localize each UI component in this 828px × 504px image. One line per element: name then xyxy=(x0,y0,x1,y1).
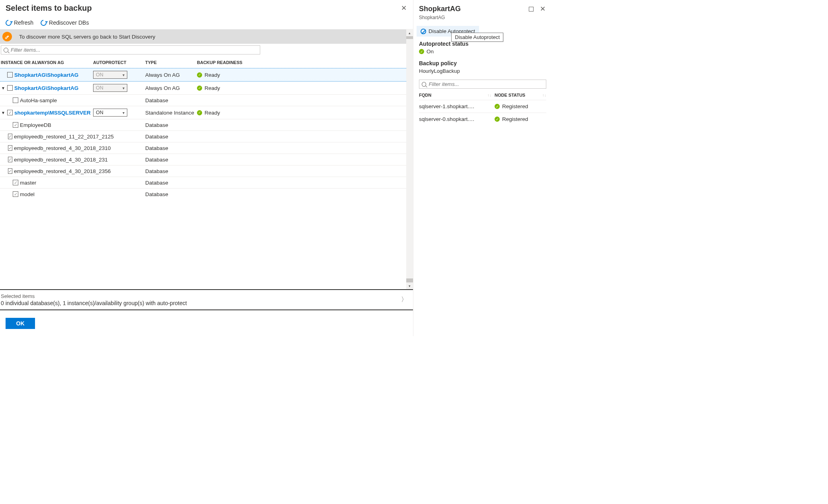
chevron-down-icon: ▾ xyxy=(123,111,125,115)
row-name[interactable]: shopkartemp\MSSQLSERVER xyxy=(14,110,91,116)
row-type: Database xyxy=(145,145,197,151)
checkbox[interactable]: ✓ xyxy=(8,145,12,151)
readiness-value: Ready xyxy=(205,85,220,91)
checkbox[interactable]: ✓ xyxy=(13,122,18,128)
check-icon: ✓ xyxy=(197,110,202,115)
readiness-value: Ready xyxy=(205,72,220,78)
autoprotect-status-value: On xyxy=(427,49,434,54)
table-row[interactable]: ✓masterDatabase xyxy=(0,177,406,188)
selected-items-summary: 0 individual database(s), 1 instance(s)/… xyxy=(1,300,187,306)
checkbox[interactable]: ✓ xyxy=(8,168,12,174)
checkbox[interactable]: ✓ xyxy=(13,191,18,197)
row-name: model xyxy=(20,191,35,197)
checkbox[interactable]: ✓ xyxy=(7,110,13,115)
row-name: EmployeeDB xyxy=(20,122,51,128)
page-title: Select items to backup xyxy=(6,4,92,13)
select-value: ON xyxy=(96,85,103,91)
table-row[interactable]: ✓modelDatabase xyxy=(0,188,406,200)
outer-scroll-top-thumb[interactable] xyxy=(406,36,413,39)
table-row[interactable]: ✓EmployeeDBDatabase xyxy=(0,119,406,130)
selected-items-label: Selected items xyxy=(1,293,187,299)
row-type: Database xyxy=(145,168,197,174)
node-table-header: FQDN↑↓ NODE STATUS↑↓ xyxy=(419,89,546,100)
outer-scrollbar[interactable]: ▴ ▾ xyxy=(406,29,413,289)
select-value: ON xyxy=(96,72,103,78)
checkbox[interactable]: ✓ xyxy=(8,157,12,162)
chevron-down-icon: ▾ xyxy=(123,86,125,90)
table-row[interactable]: ▼✓shopkartemp\MSSQLSERVERON▾Standalone I… xyxy=(0,106,406,119)
chevron-down-icon: ▾ xyxy=(123,73,125,77)
scroll-up-icon[interactable]: ▴ xyxy=(406,29,413,36)
check-icon: ✓ xyxy=(197,86,202,91)
wrench-icon xyxy=(2,32,12,41)
col-type: TYPE xyxy=(145,60,197,65)
panel-subtitle: ShopkartAG xyxy=(413,14,552,24)
col-readiness: BACKUP READINESS xyxy=(197,60,405,65)
row-type: Always On AG xyxy=(145,85,197,91)
table-row[interactable]: ShopkartAG\ShopkartAGON▾Always On AG✓Rea… xyxy=(0,68,406,82)
expand-toggle[interactable]: ▼ xyxy=(1,111,6,115)
row-type: Database xyxy=(145,122,197,128)
toolbar: Refresh Rediscover DBs xyxy=(0,17,413,29)
col-autoprotect: AUTOPROTECT xyxy=(93,60,145,65)
node-row[interactable]: sqlserver-1.shopkart.…✓Registered xyxy=(419,100,546,113)
outer-scroll-bot-thumb[interactable] xyxy=(406,278,413,282)
rediscover-label: Rediscover DBs xyxy=(49,19,89,26)
info-bar: To discover more SQL servers go back to … xyxy=(0,29,406,44)
maximize-icon[interactable] xyxy=(529,7,534,12)
node-row[interactable]: sqlserver-0.shopkart.…✓Registered xyxy=(419,113,546,125)
row-type: Always On AG xyxy=(145,72,197,78)
table-header: INSTANCE OR ALWAYSON AG AUTOPROTECT TYPE… xyxy=(0,56,406,68)
checkbox[interactable] xyxy=(13,97,18,103)
checkbox[interactable] xyxy=(7,72,13,78)
row-name: employeedb_restored_4_30_2018_231 xyxy=(14,157,108,163)
search-icon xyxy=(422,82,426,87)
panel-filter-wrap[interactable] xyxy=(419,80,546,89)
row-type: Standalone Instance xyxy=(145,110,197,116)
row-name: master xyxy=(20,180,36,186)
close-icon[interactable]: ✕ xyxy=(399,3,409,13)
table-row[interactable]: ✓employeedb_restored_4_30_2018_2310Datab… xyxy=(0,142,406,154)
row-type: Database xyxy=(145,180,197,186)
check-icon: ✓ xyxy=(495,117,500,122)
table-row[interactable]: ✓employeedb_restored_4_30_2018_231Databa… xyxy=(0,154,406,165)
panel-title: ShopkartAG xyxy=(419,5,461,13)
col-fqdn[interactable]: FQDN xyxy=(419,93,431,97)
expand-toggle[interactable]: ▼ xyxy=(1,86,6,90)
table-row[interactable]: AutoHa-sampleDatabase xyxy=(0,94,406,106)
autoprotect-select: ON▾ xyxy=(93,71,127,79)
filter-input[interactable] xyxy=(11,47,257,53)
checkbox[interactable]: ✓ xyxy=(8,134,12,139)
table-row[interactable]: ✓employeedb_restored_4_30_2018_2356Datab… xyxy=(0,165,406,177)
sort-icon[interactable]: ↑↓ xyxy=(542,93,546,97)
check-icon: ✓ xyxy=(197,72,202,78)
row-name[interactable]: ShopkartAG\ShopkartAG xyxy=(14,85,78,91)
panel-close-icon[interactable]: ✕ xyxy=(538,4,548,14)
row-name: employeedb_restored_4_30_2018_2356 xyxy=(14,168,111,174)
ok-button[interactable]: OK xyxy=(6,318,35,329)
rediscover-button[interactable]: Rediscover DBs xyxy=(41,19,89,26)
row-type: Database xyxy=(145,157,197,163)
autoprotect-select: ON▾ xyxy=(93,84,127,92)
panel-filter-input[interactable] xyxy=(429,81,544,87)
row-type: Database xyxy=(145,97,197,103)
checkbox[interactable] xyxy=(7,85,13,91)
prohibit-icon xyxy=(421,29,426,34)
table-row[interactable]: ▼ShopkartAG\ShopkartAGON▾Always On AG✓Re… xyxy=(0,81,406,94)
backup-policy-value: HourlyLogBackup xyxy=(419,68,546,74)
col-node-status[interactable]: NODE STATUS xyxy=(495,93,525,97)
filter-input-wrap[interactable] xyxy=(1,45,260,54)
node-status: Registered xyxy=(502,116,528,122)
refresh-button[interactable]: Refresh xyxy=(6,19,33,26)
node-fqdn: sqlserver-1.shopkart.… xyxy=(419,103,495,109)
checkbox[interactable]: ✓ xyxy=(13,180,18,185)
chevron-right-icon[interactable]: 〉 xyxy=(399,294,409,306)
sort-icon[interactable]: ↑↓ xyxy=(487,93,491,97)
scroll-down-icon[interactable]: ▾ xyxy=(406,282,413,289)
tooltip: Disable Autoprotect xyxy=(451,33,503,42)
table-row[interactable]: ✓employeedb_restored_11_22_2017_2125Data… xyxy=(0,130,406,142)
autoprotect-select[interactable]: ON▾ xyxy=(93,109,127,117)
selected-items-bar: Selected items 0 individual database(s),… xyxy=(0,289,413,310)
row-name[interactable]: ShopkartAG\ShopkartAG xyxy=(14,72,78,78)
refresh-icon xyxy=(39,18,48,27)
